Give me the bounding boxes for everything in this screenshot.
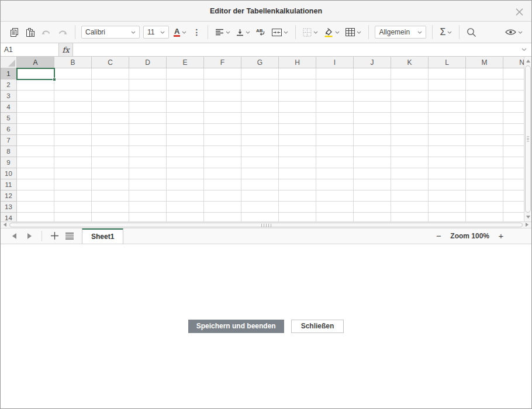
cell[interactable] [354, 79, 391, 91]
cell[interactable] [17, 168, 54, 179]
cell[interactable] [391, 179, 429, 190]
cell[interactable] [241, 179, 279, 190]
cell[interactable] [241, 68, 279, 79]
cell[interactable] [167, 135, 204, 146]
cell[interactable] [92, 113, 129, 124]
cell[interactable] [279, 168, 316, 179]
formula-input[interactable] [73, 43, 516, 56]
column-header[interactable]: B [54, 57, 92, 68]
row-header[interactable]: 7 [1, 135, 17, 146]
cell[interactable] [354, 68, 391, 79]
cell[interactable] [316, 146, 354, 157]
cell[interactable] [167, 68, 204, 79]
cell[interactable] [354, 202, 391, 213]
font-name-select[interactable]: Calibri [81, 26, 140, 39]
row-header[interactable]: 1 [1, 68, 17, 79]
sheet-list-button[interactable] [62, 228, 77, 244]
cell[interactable] [466, 146, 503, 157]
cell[interactable] [241, 102, 279, 113]
cell[interactable] [466, 213, 503, 221]
cell[interactable] [167, 202, 204, 213]
cell[interactable] [391, 135, 429, 146]
cell[interactable] [129, 202, 167, 213]
cell[interactable] [167, 124, 204, 135]
cell[interactable] [429, 124, 466, 135]
cell[interactable] [354, 113, 391, 124]
cell[interactable] [279, 135, 316, 146]
cell[interactable] [92, 102, 129, 113]
cell[interactable] [204, 202, 241, 213]
cell[interactable] [466, 202, 503, 213]
horizontal-scrollbar[interactable] [1, 221, 531, 228]
row-header[interactable]: 10 [1, 168, 17, 179]
cell[interactable] [204, 68, 241, 79]
cell[interactable] [316, 91, 354, 102]
expand-formula-bar-button[interactable] [516, 43, 531, 56]
cell[interactable] [54, 168, 92, 179]
cell[interactable] [241, 202, 279, 213]
cell[interactable] [204, 124, 241, 135]
cell[interactable] [167, 190, 204, 202]
cell[interactable] [279, 157, 316, 168]
cell[interactable] [316, 124, 354, 135]
cell[interactable] [466, 102, 503, 113]
row-header[interactable]: 2 [1, 79, 17, 91]
zoom-in-button[interactable]: + [495, 231, 507, 241]
cell[interactable] [17, 202, 54, 213]
next-sheet-button[interactable] [22, 228, 37, 244]
column-header[interactable]: A [17, 57, 54, 68]
cell[interactable] [17, 79, 54, 91]
cell[interactable] [279, 79, 316, 91]
cell[interactable] [279, 68, 316, 79]
cell[interactable] [92, 68, 129, 79]
cell[interactable] [167, 213, 204, 221]
cell[interactable] [92, 157, 129, 168]
cell[interactable] [279, 179, 316, 190]
cell[interactable] [466, 168, 503, 179]
cell[interactable] [429, 190, 466, 202]
cell[interactable] [429, 79, 466, 91]
cell[interactable] [466, 124, 503, 135]
cell[interactable] [54, 213, 92, 221]
column-header[interactable]: M [466, 57, 503, 68]
cell-name-box[interactable]: A1 [1, 43, 59, 56]
cell[interactable] [466, 135, 503, 146]
row-header[interactable]: 14 [1, 213, 17, 221]
cell[interactable] [92, 168, 129, 179]
cell[interactable] [92, 202, 129, 213]
cell[interactable] [17, 213, 54, 221]
cell[interactable] [354, 179, 391, 190]
cell[interactable] [354, 190, 391, 202]
cell[interactable] [92, 146, 129, 157]
cell[interactable] [167, 157, 204, 168]
cell[interactable] [503, 79, 524, 91]
cell[interactable] [503, 102, 524, 113]
cell[interactable] [354, 213, 391, 221]
cell[interactable] [204, 213, 241, 221]
cell[interactable] [204, 113, 241, 124]
column-header[interactable]: I [316, 57, 354, 68]
cell[interactable] [241, 157, 279, 168]
vertical-scrollbar[interactable] [524, 57, 531, 221]
borders-button[interactable] [301, 25, 320, 40]
cell[interactable] [316, 168, 354, 179]
cell[interactable] [279, 213, 316, 221]
cell[interactable] [54, 146, 92, 157]
cell[interactable] [241, 213, 279, 221]
merge-cells-button[interactable] [270, 25, 290, 40]
cell[interactable] [129, 146, 167, 157]
cell[interactable] [204, 79, 241, 91]
column-header[interactable]: E [167, 57, 204, 68]
cell[interactable] [429, 213, 466, 221]
cell[interactable] [241, 168, 279, 179]
row-header[interactable]: 11 [1, 179, 17, 190]
cell[interactable] [167, 168, 204, 179]
cell[interactable] [279, 91, 316, 102]
cell[interactable] [391, 213, 429, 221]
cell[interactable] [54, 102, 92, 113]
cell[interactable] [92, 190, 129, 202]
cell[interactable] [17, 135, 54, 146]
cell[interactable] [54, 135, 92, 146]
cell[interactable] [429, 91, 466, 102]
cell[interactable] [391, 168, 429, 179]
